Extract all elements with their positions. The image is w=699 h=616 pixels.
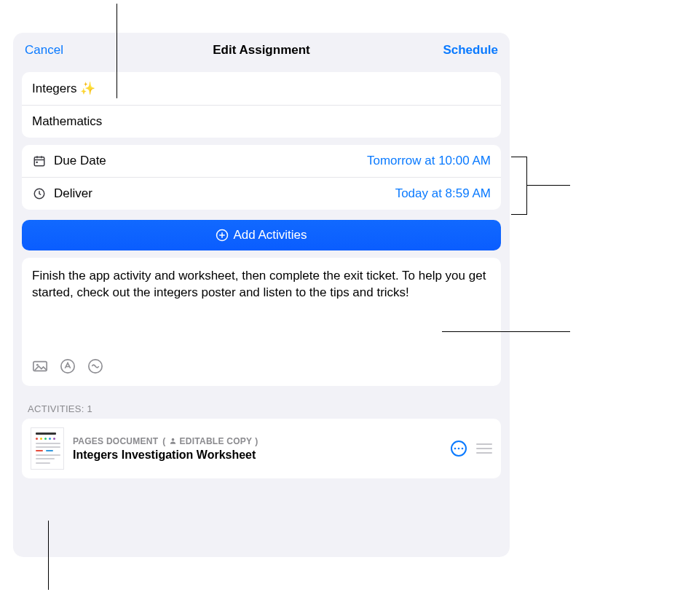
activity-more-button[interactable] (450, 440, 467, 457)
photo-icon[interactable] (32, 358, 48, 374)
callout-line (511, 157, 527, 157)
svg-rect-4 (36, 162, 38, 163)
svg-point-15 (454, 448, 457, 450)
callout-line (48, 521, 49, 590)
assignment-name-value: Integers ✨ (32, 81, 95, 96)
drawing-icon[interactable] (60, 358, 76, 374)
svg-point-17 (462, 448, 464, 450)
due-date-label: Due Date (54, 154, 106, 168)
edit-assignment-window: Cancel Edit Assignment Schedule Integers… (13, 33, 510, 557)
svg-rect-0 (34, 157, 44, 166)
activity-type-label: PAGES DOCUMENT (73, 436, 158, 446)
svg-point-16 (458, 448, 460, 450)
callout-line (442, 331, 570, 332)
callout-line (511, 214, 527, 215)
activity-card[interactable]: PAGES DOCUMENT ( EDITABLE COPY ) Integer… (22, 419, 501, 478)
svg-point-13 (171, 438, 174, 441)
cancel-button[interactable]: Cancel (25, 43, 63, 58)
media-attachments-row (32, 358, 491, 374)
name-class-section: Integers ✨ Mathematics (22, 72, 501, 138)
due-date-value: Tomorrow at 10:00 AM (367, 154, 491, 168)
more-circle-icon (450, 440, 467, 457)
activity-actions (450, 440, 492, 457)
activity-title: Integers Investigation Worksheet (73, 449, 441, 462)
activities-section-header: ACTIVITIES: 1 (28, 403, 495, 414)
drag-handle-icon[interactable] (476, 443, 492, 454)
calendar-icon (32, 154, 47, 168)
deliver-value: Today at 8:59 AM (395, 186, 491, 201)
activity-share-mode: EDITABLE COPY (180, 436, 253, 446)
plus-circle-icon (216, 229, 229, 242)
add-activities-button[interactable]: Add Activities (22, 220, 501, 250)
deliver-label: Deliver (54, 186, 92, 201)
add-activities-label: Add Activities (233, 228, 307, 242)
class-field[interactable]: Mathematics (22, 105, 501, 138)
callout-line (116, 4, 117, 98)
assignment-name-field[interactable]: Integers ✨ (22, 72, 501, 105)
class-value: Mathematics (32, 114, 102, 129)
callout-line (526, 185, 570, 186)
person-icon (169, 437, 177, 445)
page-title: Edit Assignment (213, 43, 310, 58)
clock-icon (32, 186, 47, 201)
audio-icon[interactable] (87, 358, 103, 374)
schedule-button[interactable]: Schedule (443, 43, 498, 58)
dates-section: Due Date Tomorrow at 10:00 AM Deliver To… (22, 145, 501, 210)
instructions-card: Finish the app activity and worksheet, t… (22, 258, 501, 386)
activity-thumbnail (31, 427, 64, 470)
deliver-row[interactable]: Deliver Today at 8:59 AM (22, 177, 501, 210)
instructions-text[interactable]: Finish the app activity and worksheet, t… (32, 268, 491, 348)
callout-line (526, 157, 527, 215)
due-date-row[interactable]: Due Date Tomorrow at 10:00 AM (22, 145, 501, 177)
header: Cancel Edit Assignment Schedule (13, 33, 510, 65)
svg-point-10 (36, 364, 39, 366)
activity-meta: PAGES DOCUMENT ( EDITABLE COPY ) Integer… (73, 436, 441, 462)
